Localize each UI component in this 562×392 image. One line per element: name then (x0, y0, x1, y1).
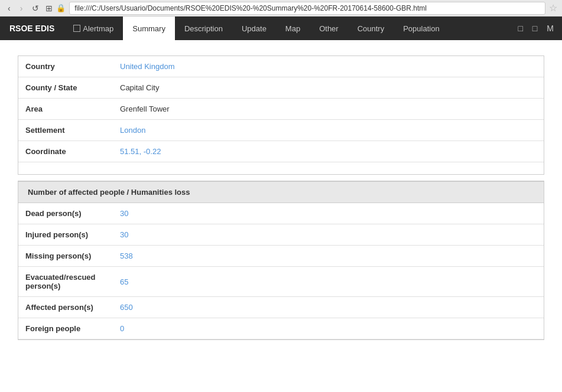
forward-button[interactable]: › (17, 2, 26, 14)
dead-label: Dead person(s) (18, 203, 113, 224)
country-label: Country (18, 56, 113, 77)
tab-map[interactable]: Map (276, 17, 310, 40)
table-row: Settlement London (18, 120, 544, 141)
coordinate-value[interactable]: 51.51, -0.22 (113, 141, 544, 162)
affected-value: 650 (113, 297, 544, 318)
table-row: Country United Kingdom (18, 56, 544, 77)
browser-chrome: ‹ › ↺ ⊞ 🔒 ☆ (0, 0, 562, 17)
tab-population-label: Population (403, 24, 439, 33)
affected-people-section: Number of affected people / Humanities l… (18, 181, 544, 340)
dead-value: 30 (113, 203, 544, 224)
alertmap-checkbox-icon (73, 25, 80, 32)
app-logo: RSOE EDIS (0, 24, 64, 33)
nav-tabs: Alertmap Summary Description Update Map … (64, 17, 449, 40)
table-row: Evacuated/rescued person(s) 65 (18, 267, 544, 297)
table-row: Coordinate 51.51, -0.22 (18, 141, 544, 162)
country-value[interactable]: United Kingdom (113, 56, 544, 77)
tab-summary[interactable]: Summary (123, 17, 175, 40)
area-value: Grenfell Tower (113, 99, 544, 120)
back-button[interactable]: ‹ (5, 2, 14, 14)
settlement-value[interactable]: London (113, 120, 544, 141)
coordinate-label: Coordinate (18, 141, 113, 162)
tab-map-label: Map (285, 24, 300, 33)
county-state-value: Capital City (113, 77, 544, 99)
main-content: Country United Kingdom County / State Ca… (0, 40, 562, 355)
foreign-label: Foreign people (18, 318, 113, 339)
injured-value: 30 (113, 224, 544, 246)
tab-update[interactable]: Update (232, 17, 276, 40)
injured-label: Injured person(s) (18, 224, 113, 246)
table-row: Dead person(s) 30 (18, 203, 544, 224)
table-row: Affected person(s) 650 (18, 297, 544, 318)
tab-other-label: Other (319, 24, 339, 33)
foreign-value: 0 (113, 318, 544, 339)
tab-alertmap-label: Alertmap (83, 24, 113, 33)
nav-icon-btn-2[interactable]: □ (529, 21, 541, 35)
tab-population[interactable]: Population (394, 17, 449, 40)
table-row: Missing person(s) 538 (18, 246, 544, 267)
security-icon: 🔒 (56, 4, 66, 12)
county-state-label: County / State (18, 77, 113, 99)
missing-label: Missing person(s) (18, 246, 113, 267)
affected-section-header: Number of affected people / Humanities l… (18, 181, 544, 203)
tab-country-label: Country (358, 24, 385, 33)
missing-value: 538 (113, 246, 544, 267)
location-info-section: Country United Kingdom County / State Ca… (18, 55, 544, 175)
affected-label: Affected person(s) (18, 297, 113, 318)
grid-button[interactable]: ⊞ (46, 4, 53, 13)
table-row: Foreign people 0 (18, 318, 544, 339)
evacuated-label: Evacuated/rescued person(s) (18, 267, 113, 297)
tab-update-label: Update (242, 24, 267, 33)
affected-people-table: Dead person(s) 30 Injured person(s) 30 M… (18, 203, 544, 339)
bookmark-button[interactable]: ☆ (549, 2, 557, 14)
nav-icon-btn-3[interactable]: M (543, 21, 557, 35)
evacuated-value: 65 (113, 267, 544, 297)
tab-other[interactable]: Other (310, 17, 348, 40)
nav-bar: RSOE EDIS Alertmap Summary Description U… (0, 17, 562, 40)
nav-right-controls: □ □ M (514, 21, 562, 35)
table-row: Injured person(s) 30 (18, 224, 544, 246)
tab-alertmap[interactable]: Alertmap (64, 17, 123, 40)
table-row: Area Grenfell Tower (18, 99, 544, 120)
tab-description-label: Description (184, 24, 223, 33)
tab-summary-label: Summary (132, 24, 165, 33)
settlement-label: Settlement (18, 120, 113, 141)
table-row: County / State Capital City (18, 77, 544, 99)
location-info-table: Country United Kingdom County / State Ca… (18, 56, 544, 162)
area-label: Area (18, 99, 113, 120)
affected-section-title: Number of affected people / Humanities l… (28, 188, 190, 197)
tab-description[interactable]: Description (175, 17, 232, 40)
nav-icon-btn-1[interactable]: □ (514, 21, 526, 35)
address-bar[interactable] (69, 2, 545, 15)
refresh-button[interactable]: ↺ (29, 2, 42, 14)
tab-country[interactable]: Country (348, 17, 394, 40)
